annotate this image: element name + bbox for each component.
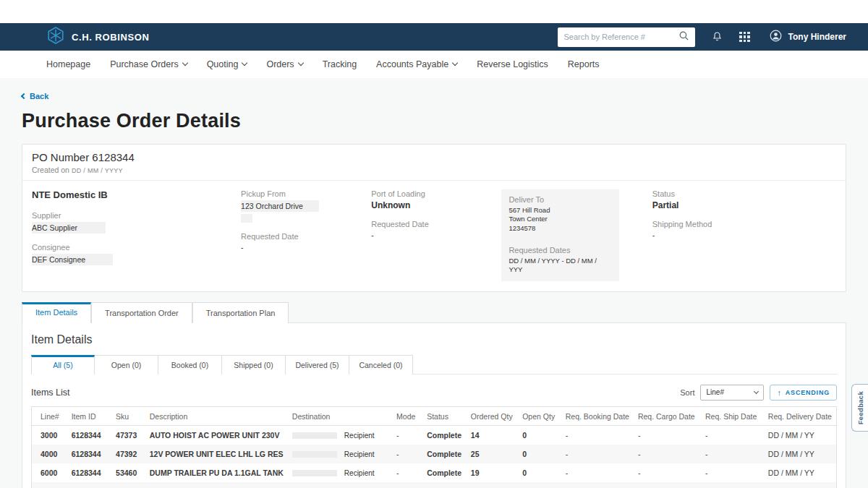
table-cell: Complete [422, 425, 467, 445]
destination-placeholder [292, 451, 337, 458]
port-requested-date-value: - [371, 231, 501, 239]
table-row[interactable]: 6000612834453460DUMP TRAILER PU DA 1.1GA… [32, 463, 837, 482]
tab-item-details[interactable]: Item Details [22, 302, 91, 323]
user-menu[interactable]: Tony Hinderer [769, 29, 846, 46]
subtab-delivered-5[interactable]: Delivered (5) [286, 355, 349, 374]
reference-search[interactable] [558, 27, 695, 47]
sort-direction-button[interactable]: ↑ ASCENDING [770, 385, 837, 401]
table-cell: 8000 [32, 482, 67, 488]
notifications-bell-icon[interactable] [711, 30, 723, 43]
nav-item-orders[interactable]: Orders [266, 59, 302, 69]
table-cell: 53460 [111, 463, 145, 482]
table-cell: 0 [518, 463, 561, 482]
page-content: Back Purchase Order Details PO Number 61… [0, 78, 868, 488]
table-row[interactable]: 8000612834453453INDUST PU 230/460V 2320P… [32, 482, 837, 488]
back-link[interactable]: Back [22, 92, 48, 100]
table-cell: - [634, 482, 701, 488]
brand-name: C.H. ROBINSON [72, 32, 149, 43]
table-cell: DD / MM / YY [764, 425, 837, 445]
nav-item-reports[interactable]: Reports [568, 59, 600, 69]
table-row[interactable]: 400061283444739212V POWER UNIT ELEC LHL … [32, 445, 837, 463]
table-cell: 4000 [32, 445, 67, 463]
supplier-value: ABC Supplier [32, 222, 106, 234]
user-name: Tony Hinderer [788, 32, 846, 42]
main-tabs: Item DetailsTransportation OrderTranspor… [22, 302, 846, 322]
column-header-req-cargo-date: Req. Cargo Date [634, 406, 701, 425]
table-cell: - [561, 445, 634, 463]
table-cell: 3000 [32, 425, 67, 445]
table-cell: 6000 [32, 463, 67, 482]
destination-cell: Recipient [288, 445, 392, 463]
table-cell: - [701, 445, 764, 463]
browser-top-strip [0, 0, 868, 23]
status-value: Partial [652, 200, 836, 210]
item-details-heading: Item Details [31, 333, 837, 346]
deliver-column: Deliver To 567 Hill RoadTown Center12345… [501, 189, 633, 281]
nav-item-quoting[interactable]: Quoting [207, 59, 247, 69]
sort-selected-value: Line# [706, 388, 750, 396]
chevron-down-icon [452, 60, 458, 66]
chevron-down-icon [754, 389, 759, 394]
table-cell: - [634, 463, 701, 482]
nav-item-tracking[interactable]: Tracking [323, 59, 357, 69]
table-cell: Complete [422, 445, 467, 463]
subtab-all-5[interactable]: All (5) [31, 355, 95, 374]
table-cell: 15 [467, 482, 518, 488]
shipping-method-label: Shipping Method [652, 220, 836, 228]
table-cell: - [392, 463, 422, 482]
table-cell: - [561, 425, 634, 445]
items-table-head-row: Line#Item IDSkuDescriptionDestinationMod… [32, 406, 837, 425]
table-cell: DD / MM / YY [764, 463, 837, 482]
table-cell: 53453 [111, 482, 145, 488]
table-cell: - [701, 482, 764, 488]
column-header-line: Line# [32, 406, 67, 425]
subtab-canceled-0[interactable]: Canceled (0) [349, 355, 413, 374]
subtab-shipped-0[interactable]: Shipped (0) [222, 355, 286, 374]
table-cell: - [392, 445, 422, 463]
table-cell: 6128344 [67, 463, 111, 482]
subtab-open-0[interactable]: Open (0) [95, 355, 158, 374]
table-cell: Complete [422, 463, 467, 482]
apps-grid-icon[interactable] [739, 32, 749, 42]
table-cell: - [701, 425, 764, 445]
column-header-item-id: Item ID [67, 406, 111, 425]
table-cell: AUTO HOIST AC POWER UNIT 230V [145, 425, 288, 445]
consignee-value: DEF Consignee [32, 254, 113, 265]
destination-cell: Recipient [288, 463, 392, 482]
tab-transportation-plan[interactable]: Transportation Plan [192, 302, 289, 323]
item-details-card: Item Details All (5)Open (0)Booked (0)Sh… [22, 322, 846, 488]
pickup-requested-date-label: Requested Date [241, 232, 371, 241]
nav-item-accounts-payable[interactable]: Accounts Payable [376, 59, 457, 69]
nav-item-purchase-orders[interactable]: Purchase Orders [110, 59, 187, 69]
sort-label: Sort [680, 388, 694, 397]
table-cell: DUMP TRAILER PU DA 1.1GAL TANK [145, 463, 288, 482]
column-header-ordered-qty: Ordered Qty [467, 406, 518, 425]
port-column: Port of Loading Unknown Requested Date - [371, 189, 501, 281]
table-cell: 0 [518, 445, 561, 463]
po-number: PO Number 6128344 [32, 151, 836, 163]
chevron-down-icon [297, 60, 303, 66]
table-cell: - [392, 425, 422, 445]
table-cell: DD / MM / YY [764, 445, 837, 463]
table-cell: 6128344 [67, 445, 111, 463]
status-subtabs: All (5)Open (0)Booked (0)Shipped (0)Deli… [31, 355, 837, 374]
pickup-requested-date-value: - [241, 243, 371, 252]
search-icon[interactable] [678, 30, 689, 44]
consignee-label: Consignee [32, 243, 241, 252]
brand-logo[interactable]: C.H. ROBINSON [46, 26, 149, 48]
search-input[interactable] [563, 33, 674, 41]
tab-transportation-order[interactable]: Transportation Order [91, 302, 192, 323]
subtab-booked-0[interactable]: Booked (0) [158, 355, 222, 374]
table-row[interactable]: 3000612834447373AUTO HOIST AC POWER UNIT… [32, 425, 837, 445]
table-cell: 12V POWER UNIT ELEC LHL LG RES [145, 445, 288, 463]
pickup-from-value: 123 Orchard Drive [241, 200, 319, 212]
top-header: C.H. ROBINSON Tony Hinderer [0, 23, 868, 51]
nav-item-reverse-logistics[interactable]: Reverse Logistics [477, 59, 548, 69]
table-cell: 25 [467, 445, 518, 463]
nav-item-homepage[interactable]: Homepage [46, 59, 90, 69]
port-of-loading-label: Port of Loading [371, 189, 501, 198]
pickup-address-placeholder [241, 214, 252, 223]
feedback-button[interactable]: Feedback [851, 384, 868, 432]
destination-placeholder [292, 432, 337, 439]
sort-dropdown[interactable]: Line# [700, 385, 764, 401]
